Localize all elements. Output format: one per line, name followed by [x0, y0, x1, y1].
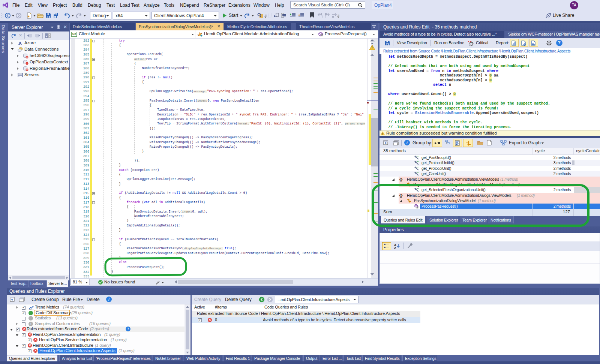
svg-text:2: 2 [298, 13, 300, 16]
svg-text:!: ! [382, 132, 383, 135]
svg-text:!: ! [372, 46, 373, 50]
svg-text:Z: Z [394, 246, 396, 249]
